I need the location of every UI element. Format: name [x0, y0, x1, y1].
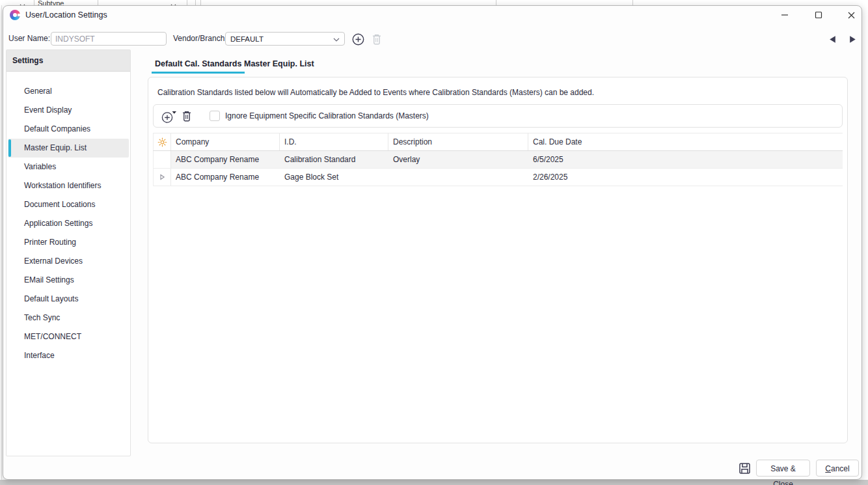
cell-company: ABC Company Rename [171, 151, 280, 168]
ignore-equipment-checkbox[interactable] [210, 111, 220, 121]
tab-master-equip-list[interactable]: Master Equip. List [241, 56, 318, 74]
cell-company: ABC Company Rename [171, 169, 280, 186]
background-grid-line [187, 0, 187, 5]
add-standard-button[interactable] [161, 109, 178, 124]
table-header-row: Company I.D. Description Cal. Due Date [153, 133, 843, 151]
row-expand-icon[interactable] [153, 169, 171, 186]
background-filter-chevron-icon [170, 1, 176, 5]
sidebar-item-default-companies[interactable]: Default Companies [8, 120, 129, 139]
minimize-button[interactable] [775, 8, 794, 22]
panel-description: Calibration Standards listed below will … [157, 88, 594, 97]
sidebar-item-master-equip-list[interactable]: Master Equip. List [8, 139, 129, 158]
user-name-label: User Name: [8, 32, 50, 46]
standards-table: Company I.D. Description Cal. Due Date A… [153, 133, 843, 186]
standards-toolbar: Ignore Equipment Specific Calibration St… [153, 104, 843, 128]
background-column-label: Subtype [38, 0, 64, 5]
previous-record-button[interactable] [827, 34, 837, 44]
delete-vendor-icon [371, 33, 383, 45]
cell-description [388, 169, 528, 186]
cell-id: Calibration Standard [280, 151, 388, 168]
column-chooser-sun-icon[interactable] [153, 133, 171, 150]
background-grid-line [200, 0, 201, 5]
maximize-button[interactable] [809, 8, 828, 22]
sidebar-item-document-locations[interactable]: Document Locations [8, 195, 129, 214]
sidebar-item-general[interactable]: General [8, 82, 129, 101]
sidebar-item-interface[interactable]: Interface [8, 346, 129, 365]
cell-cal-due-date: 2/26/2025 [528, 169, 843, 186]
cell-description: Overlay [388, 151, 528, 168]
sidebar-item-external-devices[interactable]: External Devices [8, 252, 129, 271]
user-location-settings-dialog: User/Location Settings User Name: Vendor… [3, 5, 862, 480]
chevron-down-icon [333, 35, 340, 44]
table-row[interactable]: ABC Company Rename Calibration Standard … [153, 151, 843, 169]
next-record-button[interactable] [847, 34, 858, 44]
sidebar-item-met-connect[interactable]: MET/CONNECT [8, 327, 129, 346]
sidebar-header: Settings [7, 50, 130, 72]
column-header-company[interactable]: Company [171, 133, 280, 150]
sidebar-item-variables[interactable]: Variables [8, 158, 129, 176]
table-row[interactable]: ABC Company Rename Gage Block Set 2/26/2… [153, 169, 843, 186]
app-logo-icon [10, 10, 20, 20]
column-header-cal-due-date[interactable]: Cal. Due Date [528, 133, 843, 150]
column-header-id[interactable]: I.D. [280, 133, 388, 150]
cancel-button[interactable]: Cancel [816, 460, 859, 477]
cell-id: Gage Block Set [280, 169, 388, 186]
sidebar-item-event-display[interactable]: Event Display [8, 101, 129, 120]
vendor-branch-value: DEFAULT [230, 35, 333, 43]
background-grid-line [496, 0, 496, 5]
background-grid-header: Subtype [0, 0, 868, 5]
sidebar-item-email-settings[interactable]: EMail Settings [8, 271, 129, 290]
add-vendor-button[interactable] [351, 32, 365, 46]
vendor-branch-label: Vendor/Branch [173, 32, 224, 46]
settings-sidebar: Settings General Event Display Default C… [6, 49, 131, 456]
column-header-description[interactable]: Description [388, 133, 528, 150]
row-indicator [153, 151, 171, 168]
background-grid-line [98, 0, 98, 5]
window-title: User/Location Settings [25, 6, 107, 24]
sidebar-item-tech-sync[interactable]: Tech Sync [8, 309, 129, 327]
vendor-branch-select[interactable]: DEFAULT [225, 32, 345, 46]
background-grid-line [195, 0, 196, 5]
background-window-edge [1, 5, 2, 480]
user-name-input[interactable] [51, 32, 167, 46]
save-icon[interactable] [738, 462, 751, 475]
background-grid-line [632, 0, 633, 5]
close-button[interactable] [841, 8, 861, 22]
background-filter-chevron-icon [20, 1, 25, 5]
background-grid-line [34, 0, 34, 5]
sidebar-item-application-settings[interactable]: Application Settings [8, 214, 129, 233]
cell-cal-due-date: 6/5/2025 [528, 151, 843, 168]
sidebar-item-workstation-identifiers[interactable]: Workstation Identifiers [8, 176, 129, 195]
ignore-equipment-checkbox-label: Ignore Equipment Specific Calibration St… [225, 105, 429, 127]
sidebar-item-default-layouts[interactable]: Default Layouts [8, 290, 129, 309]
tab-default-cal-standards[interactable]: Default Cal. Standards [152, 56, 245, 74]
background-window-strip [0, 480, 868, 485]
save-close-button[interactable]: Save & Close [756, 460, 810, 477]
delete-standard-button[interactable] [181, 110, 193, 122]
default-cal-standards-panel: Calibration Standards listed below will … [148, 77, 848, 443]
sidebar-item-printer-routing[interactable]: Printer Routing [8, 233, 129, 252]
